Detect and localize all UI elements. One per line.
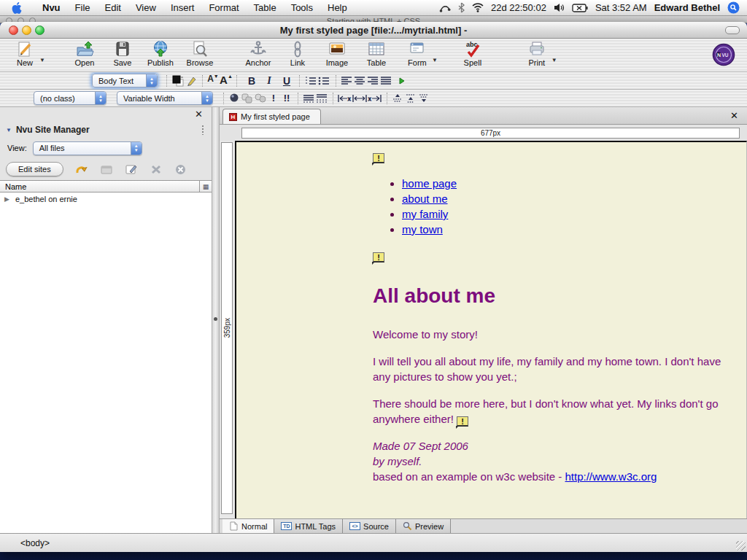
italic-button[interactable]: I bbox=[263, 74, 276, 88]
toolbar-toggle-button[interactable] bbox=[725, 26, 740, 34]
browse-button[interactable]: Browse bbox=[182, 39, 217, 67]
tab-preview[interactable]: Preview bbox=[396, 519, 451, 533]
comment-marker-badge[interactable]: ! bbox=[457, 416, 468, 427]
emphasis-marker-button[interactable]: ! bbox=[267, 91, 280, 106]
vertical-ruler[interactable]: 359px bbox=[221, 142, 233, 514]
collapse-triangle-icon[interactable]: ▼ bbox=[6, 127, 12, 133]
open-button[interactable]: Open bbox=[67, 39, 102, 67]
site-manager-header[interactable]: ▼ Nvu Site Manager bbox=[0, 122, 212, 138]
wifi-icon[interactable] bbox=[472, 3, 484, 12]
decrease-font-button[interactable]: A▼ bbox=[206, 74, 220, 88]
print-dropdown-arrow[interactable]: ▼ bbox=[551, 57, 557, 63]
w3c-link[interactable]: http://www.w3c.org bbox=[565, 470, 657, 483]
margin-both-icon[interactable] bbox=[352, 91, 368, 106]
remove-icon[interactable] bbox=[150, 163, 163, 176]
numbered-list-button[interactable] bbox=[303, 74, 317, 88]
fast-user-switch[interactable]: Edward Bethel bbox=[654, 2, 720, 13]
width-mode-select[interactable]: Variable Width ▲▼ bbox=[117, 91, 213, 105]
align-right-button[interactable] bbox=[366, 74, 379, 88]
form-button[interactable]: Form bbox=[400, 39, 435, 67]
close-button[interactable] bbox=[9, 26, 18, 35]
menu-format[interactable]: Format bbox=[201, 0, 246, 16]
strong-marker-button[interactable]: !! bbox=[280, 91, 293, 106]
battery-icon[interactable] bbox=[572, 4, 588, 12]
horizontal-ruler[interactable]: 677px bbox=[241, 128, 740, 139]
menu-table[interactable]: Table bbox=[247, 0, 284, 16]
save-button[interactable]: Save bbox=[105, 39, 140, 67]
bullet-list-button[interactable] bbox=[317, 74, 330, 88]
menu-nvu[interactable]: Nvu bbox=[35, 0, 68, 16]
refresh-icon[interactable] bbox=[75, 163, 88, 176]
dom-path-body[interactable]: <body> bbox=[20, 538, 50, 548]
twisty-icon[interactable]: ▶ bbox=[4, 195, 9, 203]
zoom-button[interactable] bbox=[35, 26, 44, 35]
publish-button[interactable]: Publish bbox=[143, 39, 178, 67]
new-folder-icon[interactable] bbox=[100, 163, 113, 176]
menu-help[interactable]: Help bbox=[320, 0, 355, 16]
panel-splitter[interactable] bbox=[212, 107, 220, 533]
highlight-color-icon[interactable] bbox=[185, 74, 198, 88]
underline-button[interactable]: U bbox=[280, 74, 293, 88]
group-circles-icon[interactable] bbox=[254, 91, 267, 106]
bold-button[interactable]: B bbox=[245, 74, 258, 88]
paragraph-style-select[interactable]: Body Text ▲▼ bbox=[92, 74, 158, 88]
form-dropdown-arrow[interactable]: ▼ bbox=[432, 57, 438, 63]
align-justify-button[interactable] bbox=[379, 74, 392, 88]
new-button[interactable]: New bbox=[7, 39, 42, 67]
uptime-display[interactable]: 22d 22:50:02 bbox=[491, 2, 546, 13]
document-canvas[interactable]: ! home page about me my family my town !… bbox=[235, 141, 747, 518]
tab-normal[interactable]: Normal bbox=[222, 519, 274, 533]
panel-grip-icon[interactable] bbox=[201, 125, 206, 135]
paragraph-spacing-icon[interactable] bbox=[315, 91, 328, 106]
line-spacing-icon[interactable] bbox=[302, 91, 315, 106]
menu-tools[interactable]: Tools bbox=[284, 0, 320, 16]
menu-insert[interactable]: Insert bbox=[163, 0, 202, 16]
image-button[interactable]: Image bbox=[320, 39, 355, 67]
home-page-link[interactable]: home page bbox=[402, 177, 457, 190]
align-center-button[interactable] bbox=[353, 74, 366, 88]
resize-grip[interactable] bbox=[736, 541, 746, 551]
link-button[interactable]: Link bbox=[280, 39, 315, 67]
css-class-select[interactable]: (no class) ▲▼ bbox=[34, 91, 107, 105]
float-top-icon[interactable] bbox=[391, 91, 404, 106]
float-bottom-icon[interactable] bbox=[417, 91, 430, 106]
site-tree-item[interactable]: ▶ e_bethel on ernie bbox=[0, 192, 212, 206]
volume-icon[interactable] bbox=[554, 3, 565, 12]
print-button[interactable]: Print bbox=[519, 39, 554, 67]
menu-file[interactable]: File bbox=[68, 0, 98, 16]
name-column-header[interactable]: Name ▦ bbox=[0, 180, 212, 192]
menu-view[interactable]: View bbox=[128, 0, 163, 16]
float-middle-icon[interactable] bbox=[404, 91, 417, 106]
comment-marker-badge[interactable]: ! bbox=[373, 252, 384, 262]
rename-icon[interactable] bbox=[125, 163, 138, 176]
spotlight-icon[interactable] bbox=[727, 1, 740, 14]
table-button[interactable]: Table bbox=[359, 39, 394, 67]
new-dropdown-arrow[interactable]: ▼ bbox=[39, 57, 45, 63]
my-family-link[interactable]: my family bbox=[402, 208, 448, 220]
image-map-icon[interactable] bbox=[228, 91, 241, 106]
margin-right-icon[interactable]: x bbox=[368, 91, 382, 106]
spell-button[interactable]: abc Spell bbox=[455, 39, 490, 67]
margin-left-icon[interactable]: x bbox=[337, 91, 352, 106]
view-select[interactable]: All files ▲▼ bbox=[33, 141, 142, 155]
tab-source[interactable]: <> Source bbox=[343, 519, 396, 533]
clock[interactable]: Sat 3:52 AM bbox=[595, 2, 647, 13]
anchor-button[interactable]: Anchor bbox=[241, 39, 276, 67]
edit-sites-button[interactable]: Edit sites bbox=[6, 162, 63, 176]
menu-edit[interactable]: Edit bbox=[98, 0, 128, 16]
align-left-button[interactable] bbox=[340, 74, 353, 88]
document-tab[interactable]: H My first styled page bbox=[222, 109, 321, 124]
apple-menu-icon[interactable] bbox=[12, 2, 22, 14]
phone-status-icon[interactable] bbox=[439, 3, 451, 13]
my-town-link[interactable]: my town bbox=[402, 223, 443, 236]
column-picker-icon[interactable]: ▦ bbox=[199, 181, 212, 192]
splitter-knob[interactable] bbox=[214, 317, 217, 321]
sidebar-close-icon[interactable]: ✕ bbox=[195, 109, 203, 120]
bluetooth-icon[interactable] bbox=[458, 2, 465, 13]
stop-icon[interactable] bbox=[174, 163, 187, 176]
about-me-link[interactable]: about me bbox=[402, 192, 448, 205]
text-color-picker[interactable] bbox=[171, 74, 185, 88]
increase-font-button[interactable]: A▲ bbox=[220, 74, 233, 88]
tab-close-icon[interactable]: ✕ bbox=[730, 110, 738, 121]
group-objects-icon[interactable] bbox=[241, 91, 254, 106]
